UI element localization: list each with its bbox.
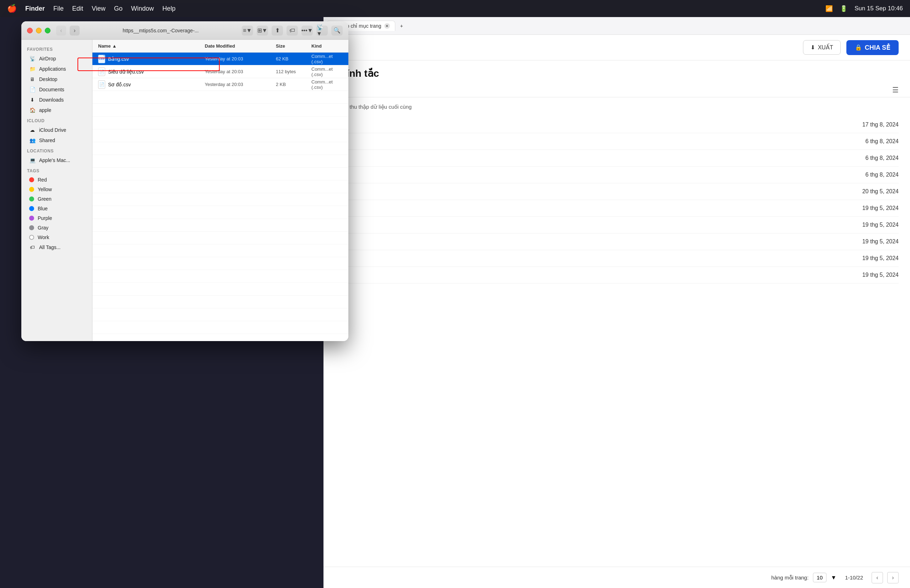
tag-button[interactable]: 🏷: [287, 26, 298, 36]
sidebar-item-apple[interactable]: 🏠 apple: [23, 105, 90, 115]
sidebar-item-mac[interactable]: 💻 Apple's Mac...: [23, 155, 90, 165]
menubar-window[interactable]: Window: [131, 5, 154, 13]
sidebar-item-tag-purple[interactable]: Purple: [23, 213, 90, 223]
menubar-help[interactable]: Help: [162, 5, 176, 13]
menubar-finder[interactable]: Finder: [25, 5, 45, 13]
menubar-time: Sun 15 Sep 10:46: [855, 5, 903, 12]
column-header: Name ▲ Date Modified Size Kind: [92, 40, 348, 53]
finder-main: Name ▲ Date Modified Size Kind CSV Bảng: [92, 40, 348, 341]
export-button[interactable]: ⬇ XUẤT: [803, 40, 841, 55]
date-cell: 19 thg 5, 2024: [862, 255, 899, 262]
icloud-label: iCloud: [21, 115, 92, 125]
date-cell: 6 thg 8, 2024: [866, 155, 899, 161]
page-size-arrow[interactable]: ▼: [831, 575, 836, 581]
desktop-icon: 🖥: [29, 76, 36, 82]
date-cell: 20 thg 5, 2024: [862, 188, 899, 195]
file-row-sieu-du-lieu[interactable]: 📄 Siêu dữ liệu.csv Yesterday at 20:03 11…: [92, 65, 348, 78]
col-date-header[interactable]: Date Modified: [205, 44, 276, 48]
sidebar-item-tag-blue[interactable]: Blue: [23, 204, 90, 213]
tag-yellow-dot: [29, 187, 34, 192]
sidebar-item-tag-yellow[interactable]: Yellow: [23, 185, 90, 194]
file-icon-csv: CSV: [98, 55, 105, 63]
sidebar-item-all-tags[interactable]: 🏷 All Tags...: [23, 242, 90, 252]
menubar-right: 📶 🔋 Sun 15 Sep 10:46: [826, 5, 903, 13]
tag-gray-label: Gray: [38, 225, 49, 231]
empty-row: [92, 142, 348, 155]
file-row-so-do[interactable]: 📄 Sơ đồ.csv Yesterday at 20:03 2 KB Comm…: [92, 78, 348, 91]
downloads-icon: ⬇: [29, 97, 36, 103]
sidebar-item-airdrop[interactable]: 📡 AirDrop: [23, 54, 90, 64]
airdrop-button[interactable]: 📡▼: [316, 26, 328, 36]
file-name-cell: CSV Bảng.csv: [98, 55, 205, 63]
group-button[interactable]: ⊞▼: [257, 26, 268, 36]
apple-menu[interactable]: 🍎: [7, 4, 17, 13]
sidebar-item-desktop[interactable]: 🖥 Desktop: [23, 74, 90, 84]
finder-toolbar-icons: ≡▼ ⊞▼ ⬆ 🏷 •••▼ 📡▼ 🔍: [242, 26, 343, 36]
next-page-button[interactable]: ›: [887, 572, 899, 583]
share-button[interactable]: 🔒 CHIA SẺ: [846, 40, 899, 55]
file-icon-corner: [103, 55, 105, 57]
sidebar-item-tag-red[interactable]: Red: [23, 175, 90, 184]
tab-new[interactable]: +: [395, 21, 408, 31]
col-kind-header[interactable]: Kind: [311, 44, 343, 48]
empty-row: [92, 270, 348, 283]
menubar-go[interactable]: Go: [114, 5, 123, 13]
close-button[interactable]: [27, 28, 33, 33]
tag-yellow-label: Yellow: [38, 187, 52, 192]
col-size-header[interactable]: Size: [276, 44, 311, 48]
sidebar-item-icloud-drive[interactable]: ☁ iCloud Drive: [23, 125, 90, 135]
sidebar-item-shared[interactable]: 👥 Shared: [23, 136, 90, 145]
forward-button[interactable]: ›: [70, 26, 79, 36]
data-table: 17 thg 8, 2024 6 thg 8, 2024 6 thg 8, 20…: [324, 116, 910, 567]
more-options-button[interactable]: •••▼: [301, 26, 313, 36]
date-cell: 6 thg 8, 2024: [866, 138, 899, 145]
sort-arrow-up: ▲: [112, 44, 117, 48]
empty-row: [92, 232, 348, 244]
empty-row: [92, 321, 348, 334]
menubar-edit[interactable]: Edit: [72, 5, 83, 13]
prev-page-button[interactable]: ‹: [872, 572, 883, 583]
empty-row: [92, 296, 348, 309]
finder-body: Favorites 📡 AirDrop 📁 Applications 🖥 Des…: [21, 40, 348, 341]
search-button[interactable]: 🔍: [331, 26, 343, 36]
file-date-bang: Yesterday at 20:03: [205, 56, 276, 61]
sidebar-item-documents[interactable]: 📄 Documents: [23, 84, 90, 95]
fullscreen-button[interactable]: [45, 28, 50, 33]
share-label: CHIA SẺ: [865, 44, 890, 52]
page-size-select[interactable]: 10: [813, 573, 827, 582]
name-label: Name: [98, 44, 110, 48]
data-row: 19 thg 5, 2024: [335, 217, 899, 233]
empty-row: [92, 193, 348, 206]
file-icon-3: 📄: [98, 80, 105, 89]
file-name-bang: Bảng.csv: [108, 56, 129, 62]
file-name-cell: 📄 Siêu dữ liệu.csv: [98, 68, 205, 76]
wifi-icon: 📶: [826, 5, 833, 13]
filter-icon[interactable]: ☰: [892, 86, 899, 94]
data-row: 6 thg 8, 2024: [335, 150, 899, 166]
tag-purple-label: Purple: [38, 215, 52, 221]
tab-close-btn[interactable]: ✕: [384, 23, 390, 29]
file-row-bang-csv[interactable]: CSV Bảng.csv Yesterday at 20:03 62 KB Co…: [92, 53, 348, 65]
favorites-label: Favorites: [21, 44, 92, 53]
sidebar-item-applications[interactable]: 📁 Applications: [23, 64, 90, 74]
documents-label: Documents: [39, 87, 64, 92]
traffic-lights: [27, 28, 50, 33]
sidebar-item-downloads[interactable]: ⬇ Downloads: [23, 95, 90, 105]
mac-icon: 💻: [29, 157, 36, 163]
sidebar-item-tag-green[interactable]: Green: [23, 194, 90, 204]
menubar-file[interactable]: File: [53, 5, 64, 13]
applications-icon: 📁: [29, 66, 36, 72]
file-kind-so-do: Comm...et (.csv): [311, 79, 343, 90]
col-name-header[interactable]: Name ▲: [98, 44, 205, 48]
data-row: 20 thg 5, 2024: [335, 183, 899, 200]
share-button-finder[interactable]: ⬆: [272, 26, 283, 36]
view-options-button[interactable]: ≡▼: [242, 26, 253, 36]
file-doc-icon-3: 📄: [99, 82, 105, 87]
file-name-cell: 📄 Sơ đồ.csv: [98, 80, 205, 89]
sidebar-item-tag-gray[interactable]: Gray: [23, 223, 90, 233]
minimize-button[interactable]: [36, 28, 42, 33]
sidebar-item-tag-work[interactable]: Work: [23, 233, 90, 242]
menubar-view[interactable]: View: [92, 5, 105, 13]
back-button[interactable]: ‹: [56, 26, 66, 36]
tags-label: Tags: [21, 166, 92, 175]
